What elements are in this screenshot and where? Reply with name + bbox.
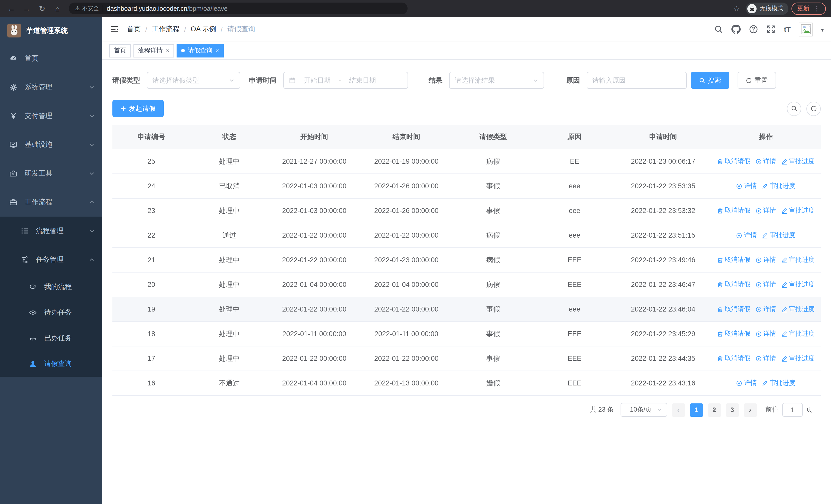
sidebar-item-label: 已办任务 bbox=[44, 334, 95, 343]
action-detail-link[interactable]: 详情 bbox=[755, 280, 776, 289]
browser-menu-icon[interactable] bbox=[813, 5, 820, 12]
tab-home[interactable]: 首页 bbox=[109, 44, 131, 57]
browser-update-button[interactable]: 更新 bbox=[792, 2, 826, 14]
leave-type-select[interactable] bbox=[147, 72, 240, 89]
result-select[interactable] bbox=[449, 72, 544, 89]
sidebar-item-done-tasks[interactable]: 已办任务 bbox=[0, 325, 102, 351]
browser-reload-icon[interactable] bbox=[36, 2, 48, 14]
chevron-down-icon bbox=[89, 170, 95, 177]
sidebar-item-my-process[interactable]: 我的流程 bbox=[0, 274, 102, 300]
action-cancel-link[interactable]: 取消请假 bbox=[717, 256, 750, 264]
action-progress-link[interactable]: 审批进度 bbox=[781, 305, 814, 314]
breadcrumb-oa-example[interactable]: OA 示例 bbox=[191, 25, 216, 34]
sidebar-collapse-icon[interactable] bbox=[109, 24, 120, 34]
action-cancel-link[interactable]: 取消请假 bbox=[717, 206, 750, 215]
action-progress-link[interactable]: 审批进度 bbox=[762, 182, 795, 190]
action-detail-link[interactable]: 详情 bbox=[736, 231, 757, 240]
cell: 25 bbox=[112, 149, 191, 174]
action-detail-link[interactable]: 详情 bbox=[736, 182, 757, 190]
sidebar-item-leave-query[interactable]: 请假查询 bbox=[0, 351, 102, 377]
sidebar-item-task-mgmt[interactable]: 任务管理 bbox=[0, 245, 102, 274]
browser-forward-icon[interactable] bbox=[21, 2, 33, 14]
toggle-search-button[interactable] bbox=[787, 101, 801, 116]
action-detail-link[interactable]: 详情 bbox=[755, 256, 776, 264]
action-progress-link[interactable]: 审批进度 bbox=[781, 280, 814, 289]
action-detail-link[interactable]: 详情 bbox=[755, 329, 776, 338]
search-button-label: 搜索 bbox=[708, 76, 721, 85]
browser-home-icon[interactable] bbox=[51, 2, 64, 14]
cell: 22 bbox=[112, 223, 191, 247]
result-select-input[interactable] bbox=[455, 77, 533, 84]
action-cancel-link[interactable]: 取消请假 bbox=[717, 157, 750, 166]
avatar-caret-icon[interactable] bbox=[821, 25, 824, 34]
close-icon[interactable] bbox=[166, 47, 169, 54]
action-cancel-link[interactable]: 取消请假 bbox=[717, 329, 750, 338]
action-progress-link[interactable]: 审批进度 bbox=[781, 157, 814, 166]
end-date-input[interactable]: 结束日期 bbox=[345, 76, 381, 85]
monitor-icon bbox=[9, 141, 18, 149]
action-progress-link[interactable]: 审批进度 bbox=[762, 231, 795, 240]
fullscreen-icon[interactable] bbox=[767, 25, 776, 34]
cell: 病假 bbox=[453, 272, 534, 297]
address-bar[interactable]: 不安全 dashboard.yudao.iocoder.cn/bpm/oa/le… bbox=[69, 3, 407, 14]
create-leave-button[interactable]: 发起请假 bbox=[112, 100, 164, 117]
page-button-1[interactable]: 1 bbox=[690, 403, 703, 416]
action-progress-link[interactable]: 审批进度 bbox=[781, 329, 814, 338]
search-icon[interactable] bbox=[714, 25, 723, 34]
page-button-3[interactable]: 3 bbox=[725, 403, 739, 416]
sidebar-item-process-mgmt[interactable]: 流程管理 bbox=[0, 216, 102, 245]
next-page-button[interactable] bbox=[744, 403, 757, 416]
security-warning-icon[interactable]: 不安全 bbox=[75, 5, 99, 12]
page-size-select[interactable]: 10条/页 bbox=[620, 403, 667, 417]
table-row: 21处理中2022-01-22 00:00:002022-01-23 00:00… bbox=[112, 248, 821, 272]
github-icon[interactable] bbox=[732, 25, 741, 34]
page-button-2[interactable]: 2 bbox=[708, 403, 721, 416]
sidebar-item-home[interactable]: 首页 bbox=[0, 44, 102, 73]
action-progress-link[interactable]: 审批进度 bbox=[781, 256, 814, 264]
apply-time-range-picker[interactable]: 开始日期 - 结束日期 bbox=[283, 72, 408, 89]
calendar-icon bbox=[289, 77, 296, 84]
search-button[interactable]: 搜索 bbox=[691, 72, 729, 89]
reset-button[interactable]: 重置 bbox=[738, 72, 776, 89]
close-icon[interactable] bbox=[216, 47, 219, 54]
font-size-icon[interactable] bbox=[784, 25, 791, 33]
sidebar-item-payment[interactable]: 支付管理 bbox=[0, 101, 102, 130]
action-cancel-link[interactable]: 取消请假 bbox=[717, 305, 750, 314]
action-progress-link[interactable]: 审批进度 bbox=[781, 354, 814, 363]
breadcrumb-workflow[interactable]: 工作流程 bbox=[152, 25, 180, 34]
start-date-input[interactable]: 开始日期 bbox=[299, 76, 335, 85]
sidebar-item-system[interactable]: 系统管理 bbox=[0, 73, 102, 101]
action-cancel-link[interactable]: 取消请假 bbox=[717, 354, 750, 363]
avatar[interactable] bbox=[799, 22, 813, 36]
cell: 17 bbox=[112, 347, 191, 370]
action-progress-link[interactable]: 审批进度 bbox=[781, 206, 814, 215]
help-icon[interactable] bbox=[749, 25, 758, 34]
view-icon bbox=[755, 158, 762, 165]
cell: 2022-01-22 00:00:00 bbox=[268, 347, 360, 370]
browser-back-icon[interactable] bbox=[5, 2, 18, 14]
leave-type-select-input[interactable] bbox=[152, 77, 229, 84]
reason-field[interactable] bbox=[587, 72, 687, 89]
view-icon bbox=[755, 355, 762, 362]
tab-leave-query[interactable]: 请假查询 bbox=[177, 44, 224, 57]
refresh-button[interactable] bbox=[806, 101, 821, 116]
goto-page-input[interactable] bbox=[782, 403, 803, 417]
sidebar-item-todo-tasks[interactable]: 待办任务 bbox=[0, 300, 102, 325]
action-progress-link[interactable]: 审批进度 bbox=[762, 379, 795, 387]
tab-process-detail[interactable]: 流程详情 bbox=[134, 44, 174, 57]
cell: 18 bbox=[112, 322, 191, 346]
breadcrumb-home[interactable]: 首页 bbox=[127, 25, 141, 34]
sidebar-item-dev-tools[interactable]: 研发工具 bbox=[0, 159, 102, 188]
action-cancel-link[interactable]: 取消请假 bbox=[717, 280, 750, 289]
action-detail-link[interactable]: 详情 bbox=[755, 157, 776, 166]
sidebar-item-infrastructure[interactable]: 基础设施 bbox=[0, 130, 102, 159]
bookmark-star-icon[interactable] bbox=[730, 2, 743, 14]
action-detail-link[interactable]: 详情 bbox=[736, 379, 757, 387]
action-detail-link[interactable]: 详情 bbox=[755, 354, 776, 363]
pen-icon bbox=[781, 306, 787, 312]
sidebar-item-workflow[interactable]: 工作流程 bbox=[0, 188, 102, 216]
action-detail-link[interactable]: 详情 bbox=[755, 206, 776, 215]
reason-input[interactable] bbox=[592, 77, 681, 84]
prev-page-button[interactable] bbox=[671, 403, 685, 416]
action-detail-link[interactable]: 详情 bbox=[755, 305, 776, 314]
